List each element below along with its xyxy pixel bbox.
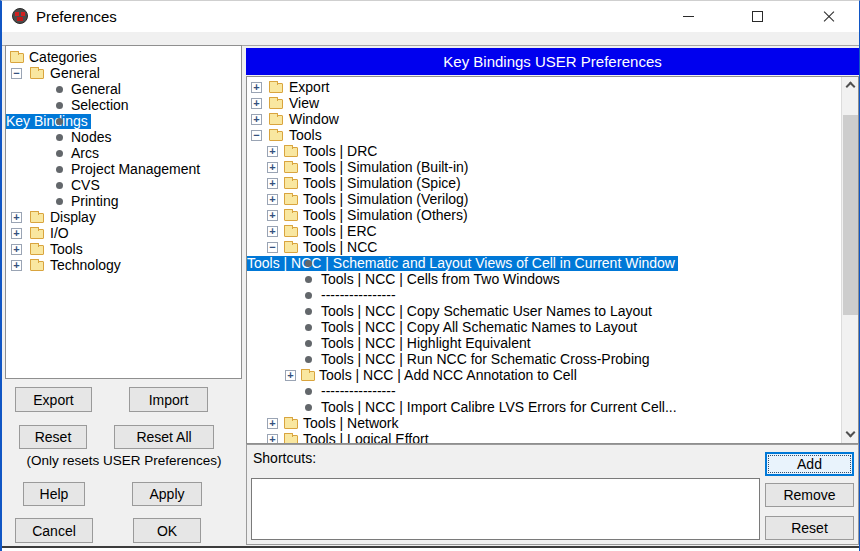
scroll-down-icon[interactable] — [842, 426, 859, 443]
shortcuts-list[interactable] — [251, 478, 760, 540]
vertical-scrollbar[interactable] — [841, 77, 858, 443]
tree-row[interactable]: ---------------- — [247, 287, 840, 303]
tree-row[interactable]: +Export — [247, 79, 840, 95]
bullet-icon — [56, 102, 63, 109]
apply-button[interactable]: Apply — [132, 482, 202, 506]
tree-row[interactable]: Project Management — [6, 161, 241, 177]
ok-button[interactable]: OK — [133, 518, 201, 543]
folder-icon — [30, 245, 44, 255]
export-button[interactable]: Export — [15, 387, 92, 412]
import-button[interactable]: Import — [129, 387, 208, 412]
tree-item-label: Nodes — [71, 130, 111, 145]
remove-button[interactable]: Remove — [765, 483, 854, 507]
reset-button[interactable]: Reset — [19, 425, 87, 449]
expand-icon[interactable]: + — [251, 82, 262, 93]
cancel-button[interactable]: Cancel — [15, 518, 93, 543]
key-bindings-tree[interactable]: +Export+View+Window−Tools+Tools | DRC+To… — [246, 76, 859, 444]
folder-icon — [30, 229, 44, 239]
expand-icon[interactable]: + — [267, 178, 278, 189]
tree-row[interactable]: Key Bindings — [6, 113, 241, 129]
tree-row[interactable]: +Technology — [6, 257, 241, 273]
folder-icon — [30, 261, 44, 271]
folder-icon — [269, 99, 283, 109]
expand-icon[interactable]: + — [267, 162, 278, 173]
reset-all-button[interactable]: Reset All — [114, 425, 214, 449]
expand-icon[interactable]: + — [11, 212, 22, 223]
tree-item-label: Tools | NCC | Copy Schematic User Names … — [321, 304, 652, 319]
shortcuts-panel: Shortcuts: Add Remove Reset — [246, 444, 859, 545]
tree-row[interactable]: +Tools | Logical Effort — [247, 431, 840, 444]
folder-icon — [301, 371, 315, 381]
tree-row[interactable]: Tools | NCC | Highlight Equivalent — [247, 335, 840, 351]
expand-icon[interactable]: + — [267, 226, 278, 237]
folder-icon — [10, 53, 24, 63]
tree-row[interactable]: −Tools — [247, 127, 840, 143]
expand-icon[interactable]: + — [251, 98, 262, 109]
tree-row[interactable]: −Tools | NCC — [247, 239, 840, 255]
expand-icon[interactable]: + — [11, 244, 22, 255]
tree-row[interactable]: Arcs — [6, 145, 241, 161]
dialog-content: Categories−GeneralGeneralSelectionKey Bi… — [2, 32, 859, 548]
tree-row[interactable]: +Tools | ERC — [247, 223, 840, 239]
categories-tree[interactable]: Categories−GeneralGeneralSelectionKey Bi… — [5, 45, 242, 379]
add-button[interactable]: Add — [765, 452, 854, 476]
maximize-icon[interactable] — [735, 1, 780, 32]
tree-row[interactable]: +Tools | Simulation (Verilog) — [247, 191, 840, 207]
close-icon[interactable] — [806, 1, 851, 32]
expand-icon[interactable]: + — [251, 114, 262, 125]
collapse-icon[interactable]: − — [267, 242, 278, 253]
tree-row[interactable]: Nodes — [6, 129, 241, 145]
tree-row[interactable]: −General — [6, 65, 241, 81]
bullet-icon — [305, 276, 312, 283]
expand-icon[interactable]: + — [267, 434, 278, 444]
tree-row[interactable]: Tools | NCC | Import Calibre LVS Errors … — [247, 399, 840, 415]
expand-icon[interactable]: + — [11, 228, 22, 239]
tree-row[interactable]: +I/O — [6, 225, 241, 241]
folder-icon — [284, 435, 298, 444]
tree-row[interactable]: +Tools | Simulation (Others) — [247, 207, 840, 223]
bullet-icon — [56, 134, 63, 141]
tree-row[interactable]: CVS — [6, 177, 241, 193]
tree-row[interactable]: ---------------- — [247, 383, 840, 399]
shortcuts-reset-button[interactable]: Reset — [765, 516, 854, 540]
tree-row[interactable]: Tools | NCC | Cells from Two Windows — [247, 271, 840, 287]
tree-row[interactable]: +View — [247, 95, 840, 111]
expand-icon[interactable]: + — [267, 194, 278, 205]
tree-row[interactable]: +Tools — [6, 241, 241, 257]
tree-item-label: ---------------- — [321, 384, 396, 399]
tree-row[interactable]: General — [6, 81, 241, 97]
tree-row[interactable]: Tools | NCC | Copy All Schematic Names t… — [247, 319, 840, 335]
tree-row[interactable]: +Tools | Simulation (Spice) — [247, 175, 840, 191]
expand-icon[interactable]: + — [11, 260, 22, 271]
help-button[interactable]: Help — [23, 482, 85, 506]
tree-row[interactable]: Tools | NCC | Schematic and Layout Views… — [247, 255, 840, 271]
tree-row[interactable]: +Tools | NCC | Add NCC Annotation to Cel… — [247, 367, 840, 383]
tree-row[interactable]: Selection — [6, 97, 241, 113]
minimize-icon[interactable] — [666, 1, 711, 32]
tree-item-label: Tools | NCC | Import Calibre LVS Errors … — [321, 400, 677, 415]
tree-row[interactable]: +Window — [247, 111, 840, 127]
tree-row[interactable]: Tools | NCC | Copy Schematic User Names … — [247, 303, 840, 319]
folder-icon — [284, 211, 298, 221]
tree-item-label: Tools | Simulation (Built-in) — [303, 160, 468, 175]
tree-row[interactable]: Tools | NCC | Run NCC for Schematic Cros… — [247, 351, 840, 367]
tree-row[interactable]: +Tools | DRC — [247, 143, 840, 159]
bullet-icon — [305, 356, 312, 363]
expand-icon[interactable]: + — [285, 370, 296, 381]
tree-item-label: General — [50, 66, 100, 81]
expand-icon[interactable]: + — [267, 418, 278, 429]
tree-row[interactable]: Printing — [6, 193, 241, 209]
scroll-up-icon[interactable] — [842, 77, 859, 94]
collapse-icon[interactable]: − — [11, 68, 22, 79]
tree-row[interactable]: +Display — [6, 209, 241, 225]
tree-item-label: Tools | NCC | Cells from Two Windows — [321, 272, 560, 287]
expand-icon[interactable]: + — [267, 210, 278, 221]
expand-icon[interactable]: + — [267, 146, 278, 157]
collapse-icon[interactable]: − — [251, 130, 262, 141]
tree-item-label: Tools | ERC — [303, 224, 377, 239]
tree-row[interactable]: +Tools | Simulation (Built-in) — [247, 159, 840, 175]
tree-item-label: Window — [289, 112, 339, 127]
tree-row[interactable]: +Tools | Network — [247, 415, 840, 431]
scrollbar-thumb[interactable] — [843, 115, 858, 315]
tree-row[interactable]: Categories — [6, 49, 241, 65]
